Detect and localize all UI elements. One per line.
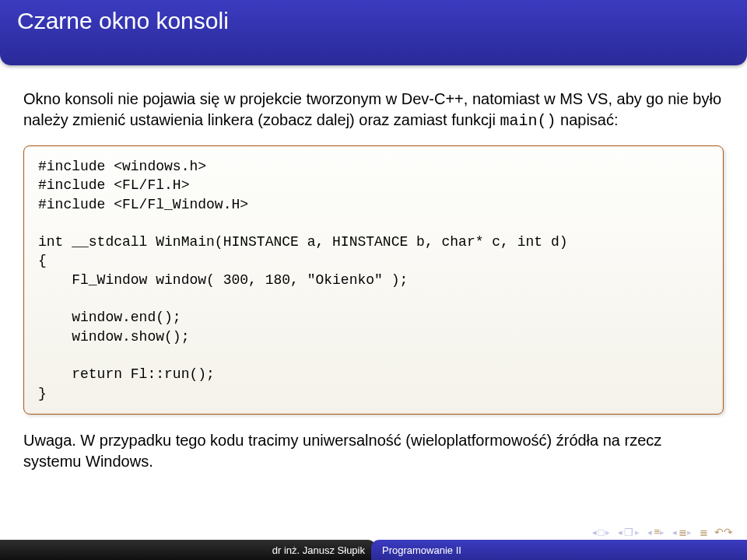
note-paragraph: Uwaga. W przypadku tego kodu tracimy uni… [23, 430, 724, 472]
intro-paragraph: Okno konsoli nie pojawia się w projekcie… [23, 89, 724, 131]
nav-doc-icon[interactable]: ≣ [700, 527, 707, 538]
intro-code: main() [500, 112, 556, 130]
code-block: #include <windows.h> #include <FL/Fl.H> … [23, 145, 724, 415]
slide: Czarne okno konsoli Okno konsoli nie poj… [0, 0, 747, 560]
nav-slide-icon[interactable]: ◂□▸ [592, 527, 611, 538]
author-text: dr inż. Janusz Słupik [272, 544, 365, 556]
footer-author: dr inż. Janusz Słupik [0, 540, 376, 560]
slide-content: Okno konsoli nie pojawia się w projekcie… [0, 89, 747, 472]
intro-text-b: napisać: [556, 111, 619, 128]
nav-frame-icon[interactable]: ◂❐▸ [618, 527, 640, 538]
nav-subsection-icon[interactable]: ◂≡▸ [647, 527, 665, 538]
footer-course: Programowanie II [371, 540, 747, 560]
nav-section-icon[interactable]: ◂≣▸ [672, 527, 692, 538]
nav-back-forward-icon[interactable]: ↶↷ [714, 526, 733, 538]
slide-title: Czarne okno konsoli [0, 0, 747, 65]
course-text: Programowanie II [382, 544, 461, 556]
title-text: Czarne okno konsoli [17, 8, 229, 33]
footer: dr inż. Janusz Słupik Programowanie II [0, 540, 747, 560]
beamer-nav-symbols: ◂□▸ ◂❐▸ ◂≡▸ ◂≣▸ ≣ ↶↷ [592, 526, 733, 538]
